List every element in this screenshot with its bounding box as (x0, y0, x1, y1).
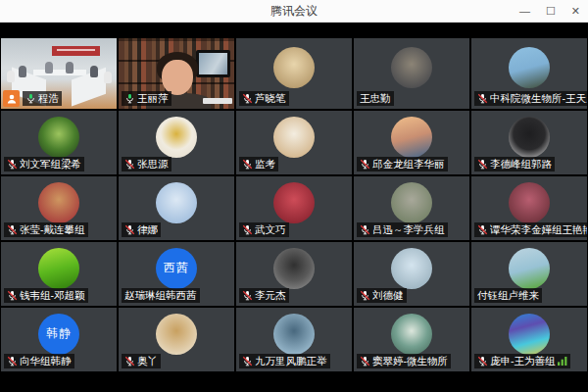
mic-muted-icon (124, 159, 135, 170)
participant-name: 邱金龙组李华丽 (372, 157, 445, 172)
avatar-sunrise-sea (391, 248, 432, 289)
participant-tile[interactable]: 奥丫 (119, 308, 234, 371)
participant-tile[interactable]: 律娜 (119, 176, 234, 240)
title-bar[interactable]: 腾讯会议 — ☐ ✕ (0, 0, 588, 23)
mic-muted-icon (360, 224, 370, 235)
participant-name: 王忠勤 (360, 91, 391, 106)
participant-tile[interactable]: 芦晓笔 (236, 38, 352, 109)
participant-name-label: 程浩 (23, 91, 62, 106)
participant-tile[interactable]: 谭华荣李金嬅组王艳艳 (471, 176, 587, 240)
participant-tile[interactable]: 邱金龙组李华丽 (354, 111, 469, 174)
tv-screen (196, 50, 230, 78)
participant-tile[interactable]: 付钰组卢维来 (471, 242, 587, 306)
participant-tile[interactable]: 李元杰 (236, 242, 352, 306)
participant-tile[interactable]: 李德峰组郭路 (471, 111, 587, 174)
avatar-couple-photo (391, 47, 432, 88)
mic-live-icon (124, 93, 135, 104)
participant-tile[interactable]: 程浩 (1, 38, 117, 109)
seated-person (45, 62, 53, 74)
participant-name-label: 钱韦组-邓超颖 (4, 288, 88, 303)
participant-tile[interactable]: 钱韦组-邓超颖 (1, 242, 117, 306)
mic-muted-icon (124, 356, 135, 367)
avatar-text: 韩静 (38, 314, 79, 355)
participant-tile[interactable]: 刘文军组梁希 (1, 111, 117, 174)
participant-tile[interactable]: 张莹-戴连攀组 (1, 176, 117, 240)
participant-tile[interactable]: 王丽萍 (119, 38, 234, 109)
participant-name: 付钰组卢维来 (477, 288, 539, 303)
participant-tile[interactable]: 武文巧 (236, 176, 352, 240)
mic-muted-icon (242, 290, 253, 301)
participant-tile[interactable]: 窦翠婷-微生物所 (354, 308, 469, 371)
participant-name: 武文巧 (255, 222, 286, 237)
participant-tile[interactable]: 张思源 (119, 111, 234, 174)
mic-muted-icon (7, 290, 18, 301)
participant-name-label: 武文巧 (239, 222, 289, 237)
participant-name-label: 付钰组卢维来 (474, 288, 542, 303)
avatar-forest-fisheye (38, 117, 79, 158)
avatar-cat-on-red (38, 182, 79, 223)
participant-tile[interactable]: 九万里风鹏正举 (236, 308, 352, 371)
participant-name: 张莹-戴连攀组 (20, 222, 85, 237)
participant-tile[interactable]: 王忠勤 (354, 38, 469, 109)
participant-name: 窦翠婷-微生物所 (372, 354, 448, 368)
seated-person (90, 66, 98, 77)
participant-name-label: 赵瑞琳组韩西茜 (122, 288, 200, 303)
participant-name-label: 吕迅～李学兵组 (357, 222, 448, 237)
participant-tile[interactable]: 中科院微生物所-王天威 (471, 38, 587, 109)
participant-tile[interactable]: 西茜 赵瑞琳组韩西茜 (119, 242, 234, 306)
mic-muted-icon (477, 159, 488, 170)
participant-name: 奥丫 (137, 354, 158, 368)
person-face (162, 60, 193, 95)
participant-name-label: 张思源 (122, 157, 172, 172)
mic-muted-icon (477, 356, 488, 367)
maximize-icon[interactable]: ☐ (546, 0, 556, 22)
avatar-sky-landscape (509, 47, 550, 88)
avatar-abstract-colorful (509, 314, 550, 355)
seated-person (66, 62, 74, 74)
avatar-cat-photo (273, 47, 315, 88)
mic-muted-icon (360, 159, 370, 170)
participant-name-label: 中科院微生物所-王天威 (474, 91, 587, 106)
tencent-meeting-window: 腾讯会议 — ☐ ✕ 程浩 (0, 0, 588, 391)
participant-name-label: 李德峰组郭路 (474, 157, 555, 172)
mic-muted-icon (7, 224, 18, 235)
participant-name-label: 窦翠婷-微生物所 (357, 354, 451, 368)
participant-name: 李德峰组郭路 (490, 157, 552, 172)
avatar-blue-feather (156, 182, 197, 223)
participant-name-label: 刘德健 (357, 288, 407, 303)
avatar-succulent-plant (391, 182, 432, 223)
participant-name: 向华组韩静 (20, 354, 72, 368)
mic-muted-icon (242, 356, 253, 367)
minimize-icon[interactable]: — (519, 0, 530, 22)
participant-tile[interactable]: 刘德健 (354, 242, 469, 306)
participant-name: 张思源 (137, 157, 169, 172)
participant-tile[interactable]: 韩静 向华组韩静 (1, 308, 117, 371)
mic-muted-icon (7, 356, 18, 367)
participant-tile[interactable]: 监考 (236, 111, 352, 174)
meeting-table (33, 70, 86, 75)
participant-name-label: 奥丫 (122, 354, 161, 368)
avatar-cat-reading (156, 314, 197, 355)
bottom-strip (0, 371, 588, 391)
participant-name: 九万里风鹏正举 (255, 354, 327, 368)
participant-tile[interactable]: 庞申-王为善组 (471, 308, 587, 371)
participant-name: 庞申-王为善组 (490, 354, 556, 368)
close-icon[interactable]: ✕ (571, 0, 580, 22)
window-controls: — ☐ ✕ (519, 0, 580, 22)
participant-grid: 程浩 王丽萍 (0, 38, 588, 371)
avatar-cat-illustration (273, 117, 315, 158)
participant-tile[interactable]: 吕迅～李学兵组 (354, 176, 469, 240)
mic-muted-icon (242, 93, 253, 104)
window-title: 腾讯会议 (0, 3, 588, 20)
seated-person (19, 66, 26, 77)
mic-live-icon (25, 93, 36, 104)
participant-name: 李元杰 (255, 288, 286, 303)
mic-muted-icon (477, 93, 488, 104)
red-banner (52, 46, 101, 56)
presenter-person-icon (6, 93, 18, 105)
avatar-flower-petals (509, 182, 550, 223)
participant-name: 刘文军组梁希 (20, 157, 81, 172)
avatar-text: 韩静 (46, 325, 72, 342)
participant-name: 芦晓笔 (255, 91, 286, 106)
participant-name-label: 李元杰 (239, 288, 289, 303)
